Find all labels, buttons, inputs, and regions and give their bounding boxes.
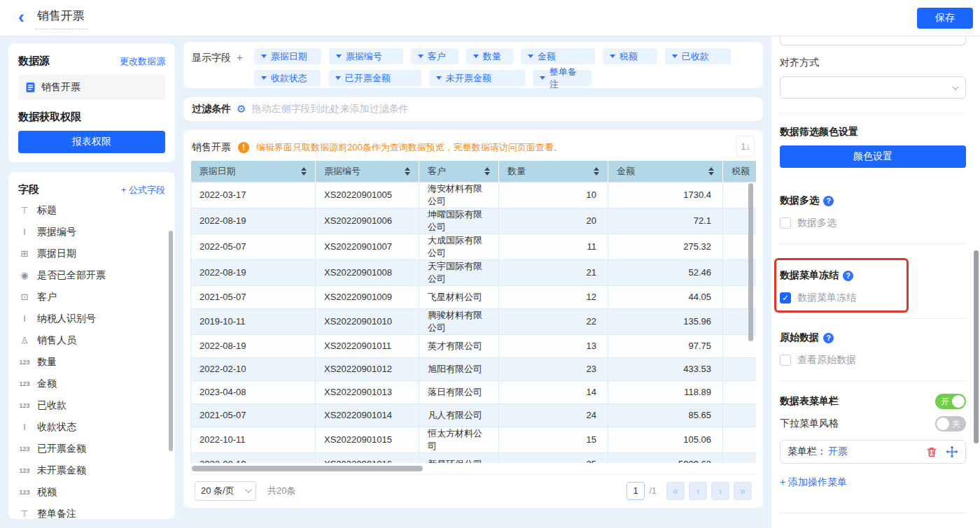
chevron-down-icon [335, 76, 341, 80]
text-icon: I [18, 227, 31, 237]
raw-data-checkbox-row[interactable]: 查看原始数据 [780, 354, 966, 366]
field-item[interactable]: 123数量 [18, 351, 165, 373]
table-cell: 2022-05-07 [191, 234, 316, 259]
panel-scrollbar[interactable] [974, 250, 979, 443]
chevron-down-icon [540, 76, 545, 80]
field-item[interactable]: ⊡客户 [18, 286, 165, 308]
next-page-button[interactable]: › [711, 482, 729, 500]
add-action-menu-link[interactable]: + 添加操作菜单 [780, 476, 966, 489]
display-field-chip[interactable]: 整单备注 [533, 70, 592, 86]
report-permission-button[interactable]: 报表权限 [18, 131, 165, 153]
raw-data-checkbox[interactable] [780, 355, 791, 366]
text-icon: I [18, 422, 31, 432]
field-item[interactable]: ◉是否已全部开票 [18, 264, 165, 286]
sort-arrows-icon[interactable] [708, 167, 714, 176]
field-item[interactable]: ⊤标题 [18, 199, 165, 221]
table-cell: 飞星材料公司 [419, 285, 499, 308]
field-item[interactable]: I收款状态 [18, 416, 165, 438]
field-item[interactable]: I纳税人识别号 [18, 308, 165, 329]
table-row[interactable]: 2023-04-08XS20220901013落日有限公司14118.89 [191, 380, 757, 404]
sort-arrows-icon[interactable] [405, 167, 410, 176]
dropdown-style-toggle[interactable]: 关 [935, 416, 966, 431]
column-header-label: 客户 [428, 165, 446, 178]
color-settings-button[interactable]: 颜色设置 [780, 145, 966, 168]
table-row[interactable]: 2022-08-19XS20220901016新昌环保公司255909.63 [191, 452, 757, 463]
field-item[interactable]: ⊤整单备注 [18, 503, 165, 519]
sort-arrows-icon[interactable] [301, 167, 307, 176]
table-cell: 10 [499, 182, 608, 208]
trash-icon[interactable] [926, 446, 937, 458]
field-item[interactable]: ⊞票据日期 [18, 243, 165, 264]
display-field-chip[interactable]: 已收款 [665, 48, 731, 64]
field-item-label: 销售人员 [37, 334, 76, 347]
help-icon[interactable]: ? [843, 271, 853, 281]
display-field-chip-label: 票据编号 [346, 50, 382, 63]
field-item[interactable]: 123税额 [18, 481, 165, 503]
add-formula-field-link[interactable]: + 公式字段 [121, 184, 165, 197]
table-row[interactable]: 2021-05-07XS20220901009飞星材料公司1244.05 [191, 285, 757, 308]
field-item[interactable]: ♙销售人员 [18, 329, 165, 351]
datasource-item[interactable]: 销售开票 [18, 75, 165, 100]
table-row[interactable]: 2022-08-19XS20220901011英才有限公司1397.75 [191, 334, 757, 357]
back-icon[interactable]: ‹ [18, 9, 24, 24]
field-item[interactable]: 123已收款 [18, 394, 165, 416]
column-header[interactable]: 票据编号 [316, 161, 419, 182]
display-field-chip[interactable]: 金额 [521, 48, 595, 64]
move-icon[interactable] [946, 445, 958, 458]
display-field-chip[interactable]: 数量 [466, 48, 513, 64]
table-row[interactable]: 2022-10-11XS20220901015恒太方材料公司15105.06 [191, 427, 757, 452]
menu-freeze-checkbox-row[interactable]: ✓ 数据菜单冻结 [780, 292, 966, 304]
menu-freeze-checkbox[interactable]: ✓ [780, 292, 791, 304]
sort-arrows-icon[interactable] [484, 167, 490, 176]
help-icon[interactable]: ? [823, 196, 834, 206]
column-header[interactable]: 数量 [499, 161, 608, 182]
column-header[interactable]: 票据日期 [191, 161, 316, 182]
current-page-input[interactable]: 1 [626, 482, 645, 500]
dropdown-style-label: 下拉菜单风格 [780, 418, 839, 430]
field-item[interactable]: I票据编号 [18, 221, 165, 243]
clipped-setting-input[interactable] [780, 36, 966, 45]
display-field-chip[interactable]: 票据编号 [329, 48, 403, 64]
multi-select-checkbox[interactable] [780, 217, 791, 229]
display-field-chip[interactable]: 未开票金额 [429, 70, 525, 86]
table-row[interactable]: 2021-05-07XS20220901014凡人有限公司2485.65 [191, 404, 757, 427]
display-field-chip[interactable]: 税额 [603, 48, 657, 64]
sort-arrows-icon[interactable] [594, 167, 599, 176]
field-item[interactable]: 123已开票金额 [18, 438, 165, 459]
help-icon[interactable]: ? [823, 333, 834, 343]
table-row[interactable]: 2019-10-11XS20220901010腾骏材料有限公司22135.96 [191, 308, 757, 334]
table-row[interactable]: 2022-08-19XS20220901008天宇国际有限公司2152.46 [191, 259, 757, 285]
display-field-chip[interactable]: 客户 [411, 48, 458, 64]
column-header[interactable]: 金额 [608, 161, 723, 182]
app-root: ‹ 销售开票 保存 数据源 更改数据源 销售开票 数据获取权限 报表权限 字段 … [0, 0, 980, 528]
table-row[interactable]: 2022-02-10XS20220901012旭阳有限公司23433.53 [191, 357, 757, 380]
number-icon: 123 [18, 402, 31, 409]
display-field-chip[interactable]: 收款状态 [254, 70, 321, 86]
last-page-button[interactable]: » [734, 482, 752, 500]
first-page-button[interactable]: « [666, 482, 685, 500]
table-row[interactable]: 2022-03-17XS20220901005海安材料有限公司101730.4 [191, 182, 757, 208]
table-row[interactable]: 2022-08-19XS20220901006坤曜国际有限公司2072.1 [191, 208, 757, 234]
filter-dropzone-placeholder[interactable]: 拖动左侧字段到此处来添加过滤条件 [251, 103, 408, 115]
table-horizontal-scrollbar[interactable] [192, 466, 423, 471]
fields-title: 字段 [18, 183, 39, 197]
page-size-select[interactable]: 20 条/页 [195, 481, 256, 501]
save-button[interactable]: 保存 [917, 8, 973, 29]
sort-order-icon[interactable]: 1↓ [736, 136, 755, 157]
display-field-chip[interactable]: 票据日期 [254, 48, 321, 64]
fields-scrollbar[interactable] [169, 231, 173, 451]
field-item[interactable]: 123未开票金额 [18, 459, 165, 481]
change-datasource-link[interactable]: 更改数据源 [120, 55, 165, 68]
add-display-field-button[interactable]: + [237, 51, 243, 82]
column-header[interactable]: 客户 [419, 161, 499, 182]
alignment-select[interactable] [780, 76, 966, 99]
menubar-item[interactable]: 菜单栏： 开票 [780, 440, 966, 464]
table-vertical-scrollbar[interactable] [748, 183, 753, 341]
gear-icon[interactable]: ⚙ [237, 103, 246, 115]
table-menubar-toggle[interactable]: 开 [935, 394, 966, 409]
display-field-chip[interactable]: 已开票金额 [328, 70, 421, 86]
field-item[interactable]: 123金额 [18, 373, 165, 394]
multi-select-checkbox-row[interactable]: 数据多选 [780, 217, 966, 229]
prev-page-button[interactable]: ‹ [689, 482, 707, 500]
table-row[interactable]: 2022-05-07XS20220901007大成国际有限公司11275.32 [191, 234, 757, 259]
